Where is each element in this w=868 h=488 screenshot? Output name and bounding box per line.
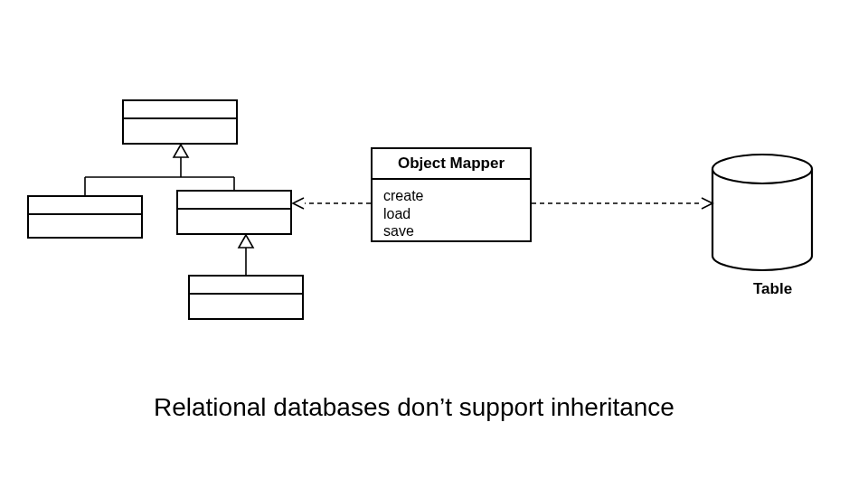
diagram-caption: Relational databases don’t support inher… [154,393,675,422]
object-mapper-body: create load save [373,180,530,249]
uml-class-top [122,99,238,145]
db-table-label: Table [753,280,792,298]
uml-class-left [27,195,143,239]
generalization-left-to-top [85,145,234,195]
uml-class-bottom [188,275,304,320]
dashed-link-classes-arrowhead-icon [293,198,304,209]
diagram-stage: Object Mapper create load save Table Rel… [0,0,868,488]
object-mapper-box: Object Mapper create load save [371,147,532,242]
object-mapper-title: Object Mapper [373,149,530,180]
uml-class-right [176,190,292,235]
database-cylinder-icon [712,155,812,270]
generalization-bottom-to-right [239,235,253,275]
svg-point-0 [712,155,812,183]
object-mapper-op: load [383,205,519,223]
object-mapper-op: create [383,187,519,205]
dashed-link-db-arrowhead-icon [702,198,712,209]
object-mapper-op: save [383,222,519,240]
svg-marker-7 [239,235,253,248]
svg-marker-5 [174,145,188,157]
